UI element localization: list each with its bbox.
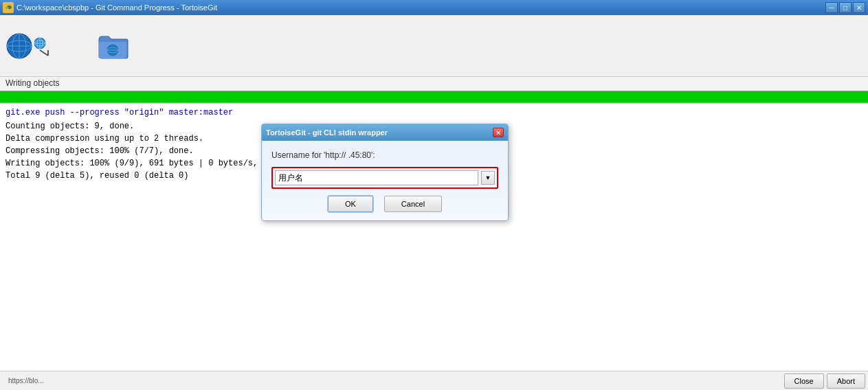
title-bar-controls: ─ □ ✕: [825, 2, 865, 13]
bottom-bar: https://blo... Close Abort: [0, 371, 868, 390]
folder-icon: [96, 30, 129, 62]
svg-line-10: [40, 50, 48, 56]
dialog-cancel-button[interactable]: Cancel: [384, 196, 442, 212]
progress-bar-container: [0, 91, 868, 103]
network-icon: [33, 36, 55, 58]
close-button[interactable]: Close: [784, 374, 824, 389]
status-area: Writing objects: [0, 77, 868, 91]
credentials-dialog: TortoiseGit - git CLI stdin wrapper ✕ Us…: [261, 124, 509, 221]
maximize-button[interactable]: □: [839, 2, 852, 13]
title-bar-text: C:\workspace\cbspbp - Git Command Progre…: [16, 3, 825, 12]
dialog-buttons: OK Cancel: [271, 196, 498, 212]
minimize-button[interactable]: ─: [825, 2, 838, 13]
dialog-titlebar: TortoiseGit - git CLI stdin wrapper ✕: [262, 124, 508, 141]
dialog-body: Username for 'http:// .45:80': ▼ OK Canc…: [262, 141, 508, 220]
bottom-link: https://blo...: [8, 377, 44, 385]
input-clear-button[interactable]: ▼: [481, 171, 495, 185]
progress-bar-fill: [0, 91, 868, 102]
dialog-label: Username for 'http:// .45:80':: [271, 150, 498, 160]
dialog-ok-button[interactable]: OK: [328, 196, 373, 212]
globe-icon: [5, 32, 33, 60]
title-bar: 🐢 C:\workspace\cbspbp - Git Command Prog…: [0, 0, 868, 15]
toolbar: [0, 15, 868, 77]
output-command: git.exe push --progress "origin" master:…: [5, 108, 863, 117]
close-window-button[interactable]: ✕: [853, 2, 865, 13]
username-input[interactable]: [275, 170, 478, 185]
app-icon: 🐢: [3, 2, 14, 13]
dialog-title-text: TortoiseGit - git CLI stdin wrapper: [266, 128, 493, 137]
dialog-input-row: ▼: [271, 167, 498, 189]
abort-button[interactable]: Abort: [827, 374, 865, 389]
status-text: Writing objects: [5, 78, 59, 88]
dialog-close-button[interactable]: ✕: [493, 128, 504, 137]
